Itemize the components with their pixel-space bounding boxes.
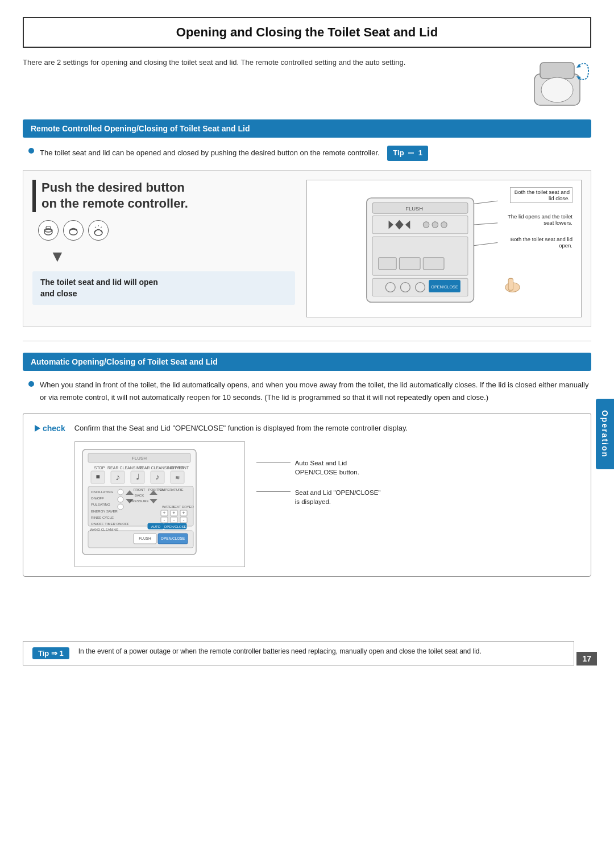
bottom-tip-arrow: ⇒ — [51, 649, 57, 658]
intro-section: There are 2 settings for opening and clo… — [23, 57, 591, 108]
tip-number: 1 — [418, 147, 422, 159]
annotation-line-2 — [256, 491, 291, 492]
svg-point-62 — [118, 489, 123, 495]
push-title: Push the desired button on the remote co… — [32, 180, 295, 212]
svg-text:DRYER: DRYER — [171, 466, 184, 470]
svg-rect-1 — [540, 63, 574, 78]
svg-text:+: + — [182, 510, 185, 516]
svg-text:♩: ♩ — [135, 472, 139, 481]
remote-bullet-text: The toilet seat and lid can be opened an… — [40, 146, 591, 161]
bottom-tip-text: In the event of a power outage or when t… — [78, 647, 482, 655]
svg-rect-32 — [508, 278, 513, 290]
push-title-line1: Push the desired button — [42, 180, 185, 195]
svg-rect-22 — [379, 258, 396, 270]
check-label: check — [35, 424, 65, 433]
check-label-text: check — [43, 424, 65, 433]
bottom-tip-label: Tip — [38, 649, 49, 658]
check-confirm-text: Confirm that the Seat and Lid "OPEN/CLOS… — [74, 423, 579, 435]
svg-rect-24 — [423, 258, 444, 270]
page-title-box: Opening and Closing the Toilet Seat and … — [23, 17, 591, 48]
svg-text:+: + — [172, 510, 175, 516]
spacer — [23, 586, 591, 631]
intro-text: There are 2 settings for opening and clo… — [23, 57, 517, 69]
remote-btn-2[interactable] — [63, 220, 84, 241]
svg-point-26 — [385, 283, 395, 292]
remote-header-text: Remote Controlled Opening/Closing of Toi… — [31, 124, 250, 133]
svg-point-18 — [423, 222, 429, 228]
svg-text:ENERGY SAVER: ENERGY SAVER — [91, 510, 118, 513]
remote-section-header: Remote Controlled Opening/Closing of Toi… — [23, 119, 591, 138]
remote-annotations: Auto Seat and Lid OPEN/CLOSE button. Sea… — [256, 441, 579, 506]
check-box: check Confirm that the Seat and Lid "OPE… — [23, 413, 591, 577]
push-section: Push the desired button on the remote co… — [23, 170, 591, 327]
tip-label: Tip — [393, 147, 404, 159]
svg-text:PRESSURE: PRESSURE — [130, 499, 148, 503]
annotation-text-2: Seat and Lid "OPEN/CLOSE" is displayed. — [295, 488, 381, 506]
auto-section-header: Automatic Opening/Closing of Toilet Seat… — [23, 353, 591, 371]
svg-text:-: - — [182, 517, 184, 523]
svg-text:FLUSH: FLUSH — [139, 536, 151, 540]
svg-text:BACK: BACK — [135, 494, 144, 497]
svg-text:♪: ♪ — [115, 472, 120, 482]
bottom-tip-badge: Tip ⇒ 1 — [32, 647, 69, 659]
result-line2: and close — [40, 289, 77, 298]
annotation-item-2: Seat and Lid "OPEN/CLOSE" is displayed. — [256, 488, 579, 506]
svg-line-35 — [474, 242, 497, 245]
auto-header-text: Automatic Opening/Closing of Toilet Seat… — [31, 357, 218, 366]
svg-text:REAR CLEANSING: REAR CLEANSING — [139, 466, 174, 470]
remote-bullet-item: The toilet seat and lid can be opened an… — [23, 146, 591, 161]
result-box: The toilet seat and lid will open and cl… — [32, 271, 295, 305]
sidebar-tab-label: Operation — [600, 410, 609, 458]
auto-section: Automatic Opening/Closing of Toilet Seat… — [23, 353, 591, 404]
svg-point-20 — [441, 222, 447, 228]
svg-point-8 — [69, 229, 77, 235]
svg-line-33 — [474, 201, 497, 204]
svg-point-28 — [416, 283, 425, 292]
svg-text:OPEN/CLOSE: OPEN/CLOSE — [161, 536, 185, 540]
arrow-down: ▼ — [32, 247, 295, 266]
svg-text:ON/OFF: ON/OFF — [91, 497, 104, 500]
check-label-wrapper: check — [35, 423, 65, 433]
annotation-1-line1: Auto Seat and Lid — [295, 458, 359, 468]
svg-marker-36 — [35, 425, 40, 432]
svg-text:SEAT: SEAT — [172, 505, 181, 509]
auto-bullet-text: When you stand in front of the toilet, t… — [40, 379, 591, 404]
check-content: Confirm that the Seat and Lid "OPEN/CLOS… — [74, 423, 579, 567]
svg-text:WAND CLEANING: WAND CLEANING — [90, 528, 119, 531]
svg-rect-13 — [372, 216, 468, 233]
toilet-remote-svg: FLUSH — [313, 186, 575, 311]
remote-detail-svg: FLUSH STOP REAR CLEANSING REAR CLEANSING… — [80, 447, 239, 560]
annotation-2-line2: is displayed. — [295, 497, 381, 506]
remote-btn-1[interactable] — [38, 220, 59, 241]
push-title-line2: on the remote controller. — [42, 196, 188, 210]
svg-text:ON/OFF  TIMER ON/OFF: ON/OFF TIMER ON/OFF — [91, 522, 130, 526]
svg-point-2 — [541, 77, 573, 102]
svg-text:PULSATING: PULSATING — [91, 503, 110, 506]
svg-text:OPEN/CLOSE: OPEN/CLOSE — [164, 525, 186, 528]
svg-point-19 — [432, 222, 438, 228]
svg-text:OPEN/CLOSE: OPEN/CLOSE — [431, 284, 458, 290]
bottom-tip: Tip ⇒ 1 In the event of a power outage o… — [23, 641, 574, 666]
result-line1: The toilet seat and lid will open — [40, 278, 158, 287]
bottom-tip-num: 1 — [60, 649, 64, 658]
svg-text:RINSE CYCLE: RINSE CYCLE — [91, 516, 114, 519]
svg-text:OSCILLATING: OSCILLATING — [91, 490, 114, 494]
svg-text:-: - — [163, 517, 165, 523]
bullet-dot — [28, 148, 34, 154]
remote-display-wrapper: FLUSH STOP REAR CLEANSING REAR CLEANSING… — [74, 441, 579, 567]
remote-btn-3[interactable] — [88, 220, 109, 241]
svg-text:FLUSH: FLUSH — [132, 456, 147, 461]
annotation-item-1: Auto Seat and Lid OPEN/CLOSE button. — [256, 458, 579, 477]
svg-text:♪: ♪ — [155, 472, 159, 481]
sidebar-operation-tab: Operation — [596, 399, 614, 469]
svg-text:AUTO: AUTO — [151, 525, 160, 528]
auto-bullet-dot — [28, 381, 34, 387]
svg-text:≋: ≋ — [175, 474, 180, 481]
svg-text:-: - — [173, 517, 175, 523]
svg-line-34 — [474, 223, 497, 225]
svg-rect-23 — [399, 258, 420, 270]
svg-text:FLUSH: FLUSH — [405, 205, 423, 212]
remote-buttons-row — [32, 220, 295, 241]
svg-point-63 — [118, 497, 123, 502]
annotation-line-1 — [256, 462, 291, 462]
